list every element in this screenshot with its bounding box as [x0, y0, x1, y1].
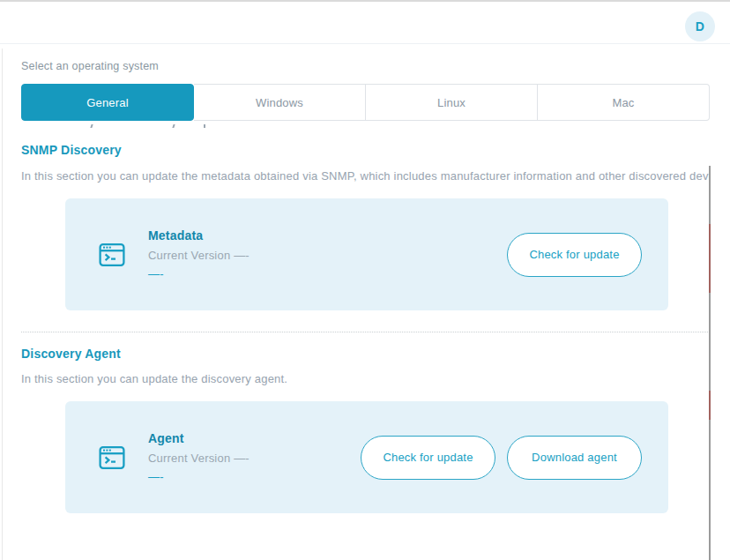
user-avatar[interactable]: D: [685, 11, 715, 41]
terminal-window-icon: [99, 444, 125, 471]
scrollbar-mark: [709, 224, 711, 293]
tab-linux[interactable]: Linux: [366, 84, 538, 121]
agent-version-value: —-: [148, 470, 361, 483]
avatar-initial: D: [696, 19, 704, 34]
agent-card: Agent Current Version —- —- Check for up…: [65, 401, 668, 513]
metadata-current-version: Current Version —-: [148, 249, 507, 262]
vertical-scrollbar[interactable]: [709, 166, 711, 560]
agent-check-for-update-button[interactable]: Check for update: [361, 436, 495, 480]
discovery-agent-heading: Discovery Agent: [21, 347, 711, 361]
clipped-text-fragments: [21, 123, 711, 129]
check-for-update-button[interactable]: Check for update: [507, 233, 642, 277]
agent-card-title: Agent: [148, 431, 361, 445]
agent-current-version: Current Version —-: [148, 452, 361, 465]
terminal-window-icon: [99, 242, 125, 268]
snmp-discovery-description: In this section you can update the metad…: [21, 169, 710, 183]
scrollbar-mark: [709, 391, 711, 420]
tab-windows[interactable]: Windows: [194, 84, 366, 121]
metadata-card-text: Metadata Current Version —- —-: [148, 228, 507, 280]
tab-mac[interactable]: Mac: [538, 84, 710, 121]
os-selector-label: Select an operating system: [21, 60, 711, 72]
metadata-card-title: Metadata: [148, 228, 507, 243]
agent-card-text: Agent Current Version —- —-: [148, 431, 361, 483]
metadata-card-buttons: Check for update: [507, 233, 642, 277]
section-divider: [21, 332, 710, 332]
download-agent-button[interactable]: Download agent: [507, 436, 642, 480]
metadata-card: Metadata Current Version —- —- Check for…: [65, 198, 668, 310]
agent-card-buttons: Check for update Download agent: [361, 436, 642, 480]
top-header-bar: D: [0, 0, 730, 44]
tab-general[interactable]: General: [21, 84, 194, 121]
discovery-agent-description: In this section you can update the disco…: [21, 372, 710, 385]
update-settings-panel: Select an operating system General Windo…: [0, 45, 711, 560]
snmp-discovery-heading: SNMP Discovery: [21, 143, 711, 157]
metadata-version-value: —-: [148, 267, 507, 280]
os-tab-group: General Windows Linux Mac: [21, 84, 710, 121]
